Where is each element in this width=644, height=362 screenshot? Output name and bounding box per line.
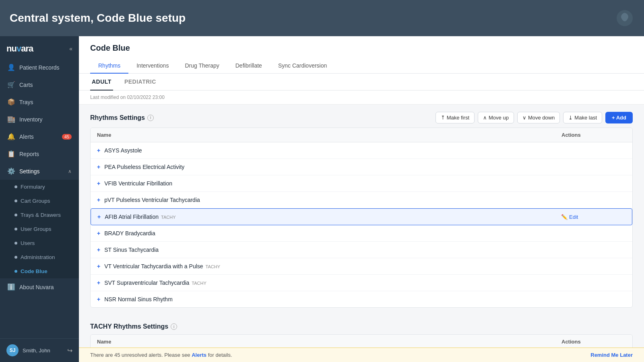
sidebar-item-formulary[interactable]: Formulary xyxy=(0,180,79,194)
cart-groups-dot xyxy=(14,200,17,202)
table-row[interactable]: + AFIB Atrial FibrillationTACHY ✏️ Edit xyxy=(91,208,632,225)
sidebar-item-about-nuvara[interactable]: ℹ️ About Nuvara xyxy=(0,278,79,296)
user-profile[interactable]: SJ Smith, John ↪ xyxy=(0,338,79,362)
edit-button[interactable]: ✏️ Edit xyxy=(561,214,625,220)
table-row[interactable]: + pVT Pulseless Ventricular Tachycardia xyxy=(91,192,632,208)
col-header-actions: Actions xyxy=(561,132,626,138)
content-area: Code Blue Rhythms Interventions Drug The… xyxy=(79,36,644,362)
sidebar-item-code-blue[interactable]: Code Blue xyxy=(0,264,79,278)
row-expand-icon[interactable]: + xyxy=(97,230,100,237)
content-title: Code Blue xyxy=(90,43,633,53)
sidebar-item-settings[interactable]: ⚙️ Settings ∧ xyxy=(0,162,79,180)
formulary-dot xyxy=(14,185,17,188)
cart-groups-label: Cart Groups xyxy=(21,198,50,204)
move-down-button[interactable]: ∨ Move down xyxy=(517,112,560,123)
sidebar-nav: 👤 Patient Records 🛒 Carts 📦 Trays 🏬 Inve… xyxy=(0,59,79,338)
rhythms-rows: + ASYS Asystole + PEA Pulseless Electric… xyxy=(91,142,632,307)
rhythms-section-title: Rhythms Settings i xyxy=(90,114,154,121)
make-first-icon: ⤒ xyxy=(441,115,445,121)
sidebar-item-inventory[interactable]: 🏬 Inventory xyxy=(0,111,79,128)
row-name-text: AFIB Atrial FibrillationTACHY xyxy=(105,214,561,220)
move-down-icon: ∨ xyxy=(522,115,526,121)
alerts-icon: 🔔 xyxy=(7,133,15,140)
sidebar-item-cart-groups[interactable]: Cart Groups xyxy=(0,194,79,208)
sub-tab-adult[interactable]: ADULT xyxy=(90,74,113,90)
alert-bar: There are 45 unresolved alerts. Please s… xyxy=(79,348,644,362)
tachy-col-header-actions: Actions xyxy=(561,339,626,345)
settings-icon: ⚙️ xyxy=(7,167,15,175)
row-expand-icon[interactable]: + xyxy=(97,296,100,302)
formulary-label: Formulary xyxy=(21,184,45,190)
tab-rhythms[interactable]: Rhythms xyxy=(90,58,128,74)
row-name-text: NSR Normal Sinus Rhythm xyxy=(104,296,561,302)
sidebar: nuvara « 👤 Patient Records 🛒 Carts 📦 Tra… xyxy=(0,36,79,362)
sub-tab-pediatric[interactable]: PEDIATRIC xyxy=(123,74,158,90)
table-row[interactable]: + NSR Normal Sinus Rhythm xyxy=(91,291,632,307)
rhythms-section: Rhythms Settings i ⤒ Make first ∧ Move u… xyxy=(79,105,644,358)
user-avatar: SJ xyxy=(6,344,19,356)
row-expand-icon[interactable]: + xyxy=(97,147,100,154)
row-name-text: PEA Pulseless Electrical Activity xyxy=(104,164,561,170)
sidebar-item-alerts[interactable]: 🔔 Alerts 45 xyxy=(0,128,79,145)
table-row[interactable]: + BRADY Bradycardia xyxy=(91,225,632,242)
sidebar-label-inventory: Inventory xyxy=(19,116,43,123)
make-first-button[interactable]: ⤒ Make first xyxy=(436,112,475,123)
tab-interventions[interactable]: Interventions xyxy=(128,58,177,74)
sidebar-item-trays-drawers[interactable]: Trays & Drawers xyxy=(0,208,79,222)
sub-tabs-bar: ADULT PEDIATRIC xyxy=(79,74,644,90)
row-name-text: SVT Supraventricular TachycardiaTACHY xyxy=(104,280,561,286)
move-up-button[interactable]: ∧ Move up xyxy=(478,112,514,123)
sidebar-header: nuvara « xyxy=(0,36,79,59)
row-name-text: BRADY Bradycardia xyxy=(104,230,561,237)
table-row[interactable]: + ASYS Asystole xyxy=(91,142,632,159)
row-expand-icon[interactable]: + xyxy=(97,280,100,286)
sidebar-item-administration[interactable]: Administration xyxy=(0,250,79,264)
sidebar-label-carts: Carts xyxy=(19,82,33,88)
sidebar-item-carts[interactable]: 🛒 Carts xyxy=(0,76,79,93)
row-name-text: pVT Pulseless Ventricular Tachycardia xyxy=(104,197,561,203)
tab-sync-cardioversion[interactable]: Sync Cardioversion xyxy=(270,58,335,74)
row-expand-icon[interactable]: + xyxy=(97,197,100,203)
collapse-sidebar-icon[interactable]: « xyxy=(69,45,72,52)
users-dot xyxy=(14,242,17,245)
table-row[interactable]: + ST Sinus Tachycardia xyxy=(91,242,632,258)
table-row[interactable]: + PEA Pulseless Electrical Activity xyxy=(91,159,632,175)
settings-submenu: Formulary Cart Groups Trays & Drawers Us… xyxy=(0,180,79,278)
table-row[interactable]: + VT Ventricular Tachycardia with a Puls… xyxy=(91,258,632,275)
sidebar-label-reports: Reports xyxy=(19,151,39,157)
alerts-link[interactable]: Alerts xyxy=(192,352,206,358)
row-expand-icon[interactable]: + xyxy=(97,180,100,187)
sidebar-item-user-groups[interactable]: User Groups xyxy=(0,222,79,236)
add-rhythm-button[interactable]: + Add xyxy=(605,112,633,123)
tachy-section-header: TACHY Rhythms Settings i xyxy=(90,316,633,334)
sidebar-item-reports[interactable]: 📋 Reports xyxy=(0,145,79,162)
sidebar-item-patient-records[interactable]: 👤 Patient Records xyxy=(0,59,79,76)
sidebar-item-trays[interactable]: 📦 Trays xyxy=(0,93,79,111)
pencil-icon: ✏️ xyxy=(561,214,568,220)
sidebar-label-about: About Nuvara xyxy=(19,284,54,290)
row-expand-icon[interactable]: + xyxy=(97,247,100,253)
administration-label: Administration xyxy=(21,254,55,260)
remind-me-later-button[interactable]: Remind Me Later xyxy=(590,352,633,358)
row-expand-icon[interactable]: + xyxy=(97,214,101,220)
make-last-button[interactable]: ⤓ Make last xyxy=(563,112,602,123)
page-title: Central system, Code Blue setup xyxy=(10,12,186,25)
sidebar-item-users[interactable]: Users xyxy=(0,236,79,250)
row-name-text: VT Ventricular Tachycardia with a PulseT… xyxy=(104,263,561,269)
logout-icon[interactable]: ↪ xyxy=(67,347,72,354)
carts-icon: 🛒 xyxy=(7,81,15,88)
tachy-info-icon[interactable]: i xyxy=(171,323,177,330)
tab-drug-therapy[interactable]: Drug Therapy xyxy=(177,58,227,74)
row-expand-icon[interactable]: + xyxy=(97,164,100,170)
sidebar-label-trays: Trays xyxy=(19,99,33,105)
code-blue-dot xyxy=(14,270,17,273)
trays-drawers-dot xyxy=(14,214,17,216)
rhythms-info-icon[interactable]: i xyxy=(147,115,154,121)
table-header: Name Actions xyxy=(91,128,632,142)
brand-logo-icon xyxy=(615,8,634,28)
row-expand-icon[interactable]: + xyxy=(97,263,100,269)
table-row[interactable]: + SVT Supraventricular TachycardiaTACHY xyxy=(91,275,632,291)
tab-defibrillate[interactable]: Defibrillate xyxy=(227,58,270,74)
table-row[interactable]: + VFIB Ventricular Fibrillation xyxy=(91,175,632,192)
users-label: Users xyxy=(21,240,35,246)
